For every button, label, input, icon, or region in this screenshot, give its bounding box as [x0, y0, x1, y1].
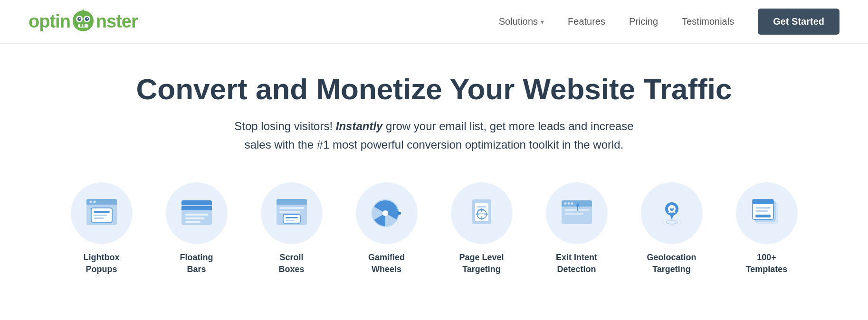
- hero-subtitle: Stop losing visitors! Instantly grow you…: [220, 117, 648, 154]
- svg-rect-23: [181, 206, 212, 210]
- svg-rect-33: [286, 217, 298, 218]
- feature-label-scroll-boxes: Scroll Boxes: [278, 252, 304, 275]
- svg-point-38: [398, 212, 401, 215]
- svg-rect-18: [94, 215, 107, 216]
- chevron-down-icon: ▾: [541, 18, 544, 26]
- hero-title: Convert and Monetize Your Website Traffi…: [29, 72, 839, 106]
- feature-circle-geolocation: [641, 182, 703, 244]
- svg-point-0: [73, 10, 94, 31]
- get-started-button[interactable]: Get Started: [758, 9, 839, 35]
- feature-label-geolocation-targeting: Geolocation Targeting: [647, 252, 696, 275]
- svg-point-54: [571, 202, 573, 205]
- logo-monster-icon: [71, 9, 95, 33]
- hero-section: Convert and Monetize Your Website Traffi…: [0, 44, 868, 163]
- svg-point-14: [89, 201, 92, 203]
- svg-point-52: [564, 202, 566, 205]
- svg-rect-30: [279, 207, 304, 209]
- svg-rect-29: [277, 202, 307, 205]
- svg-rect-17: [94, 211, 110, 213]
- svg-point-5: [79, 18, 80, 19]
- feature-scroll-boxes[interactable]: Scroll Boxes: [244, 182, 339, 275]
- nav-testimonials[interactable]: Testimonials: [682, 16, 734, 27]
- feature-circle-page-level: [451, 182, 513, 244]
- svg-rect-68: [753, 202, 773, 204]
- svg-rect-56: [564, 213, 583, 215]
- feature-gamified-wheels[interactable]: Gamified Wheels: [339, 182, 434, 275]
- feature-geolocation-targeting[interactable]: Geolocation Targeting: [624, 182, 719, 275]
- feature-label-floating-bars: Floating Bars: [180, 252, 213, 275]
- nav-solutions-label: Solutions: [499, 16, 538, 27]
- feature-label-templates: 100+ Templates: [746, 252, 788, 275]
- svg-rect-8: [80, 24, 82, 27]
- main-nav: Solutions ▾ Features Pricing Testimonial…: [499, 9, 839, 35]
- nav-features[interactable]: Features: [568, 16, 605, 27]
- feature-exit-intent-detection[interactable]: Exit Intent Detection: [529, 182, 624, 275]
- features-row: Lightbox Popups Floating Bars: [0, 163, 868, 290]
- svg-rect-70: [755, 210, 768, 212]
- svg-rect-24: [185, 214, 208, 216]
- feature-circle-exit-intent: [546, 182, 608, 244]
- feature-circle-floating-bars: [166, 182, 228, 244]
- logo-optin: optin: [29, 11, 70, 32]
- feature-label-page-level-targeting: Page Level Targeting: [459, 252, 504, 275]
- feature-label-gamified-wheels: Gamified Wheels: [368, 252, 405, 275]
- feature-floating-bars[interactable]: Floating Bars: [149, 182, 244, 275]
- svg-rect-41: [477, 206, 486, 207]
- feature-circle-scroll-boxes: [261, 182, 323, 244]
- logo[interactable]: optin nster: [29, 10, 138, 34]
- svg-point-53: [567, 202, 570, 205]
- feature-circle-gamified-wheels: [356, 182, 418, 244]
- nav-solutions[interactable]: Solutions ▾: [499, 16, 544, 27]
- svg-rect-32: [283, 215, 300, 223]
- svg-rect-22: [181, 203, 212, 205]
- svg-rect-71: [755, 215, 771, 217]
- feature-label-exit-intent-detection: Exit Intent Detection: [556, 252, 597, 275]
- feature-circle-templates: [736, 182, 798, 244]
- svg-point-61: [670, 206, 673, 209]
- svg-rect-69: [755, 207, 771, 209]
- svg-marker-10: [82, 9, 85, 11]
- feature-label-lightbox: Lightbox Popups: [84, 252, 120, 275]
- svg-point-36: [382, 210, 388, 216]
- feature-page-level-targeting[interactable]: Page Level Targeting: [434, 182, 529, 275]
- svg-rect-26: [185, 221, 200, 223]
- svg-rect-34: [286, 220, 295, 221]
- svg-point-6: [86, 18, 88, 19]
- nav-pricing[interactable]: Pricing: [629, 16, 658, 27]
- feature-circle-lightbox: [71, 182, 133, 244]
- feature-templates[interactable]: 100+ Templates: [719, 182, 814, 275]
- svg-point-15: [93, 201, 95, 203]
- svg-rect-55: [564, 209, 589, 211]
- svg-rect-19: [94, 217, 104, 219]
- header: optin nster Solutions: [0, 0, 868, 44]
- feature-lightbox-popups[interactable]: Lightbox Popups: [54, 182, 149, 275]
- svg-rect-31: [279, 211, 300, 213]
- svg-rect-9: [83, 24, 85, 27]
- svg-rect-25: [185, 217, 204, 219]
